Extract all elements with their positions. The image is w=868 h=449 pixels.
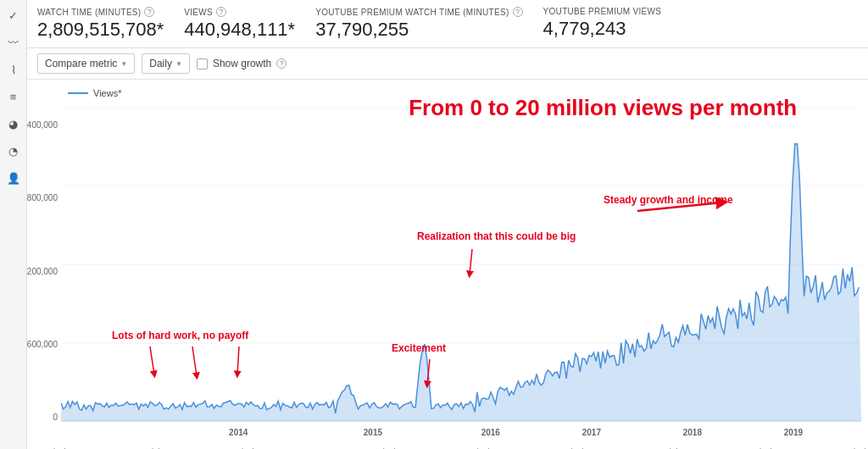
year-label-2018: 2018 <box>683 428 702 437</box>
year-label-2019: 2019 <box>784 428 803 437</box>
stats-bar: WATCH TIME (MINUTES) ? 2,809,515,708* VI… <box>27 0 868 48</box>
year-label-2017: 2017 <box>582 428 601 437</box>
watch-time-info[interactable]: ? <box>144 7 154 17</box>
show-growth-toggle[interactable]: Show growth ? <box>197 58 287 69</box>
chart-area: From 0 to 20 million views per month Vie… <box>27 80 868 449</box>
daily-chevron: ▼ <box>175 60 182 68</box>
legend-label-views: Views* <box>93 88 121 98</box>
compare-metric-chevron: ▼ <box>120 60 127 68</box>
stat-premium-watch-time: YOUTUBE PREMIUM WATCH TIME (MINUTES) ? 3… <box>315 7 522 41</box>
chart-legend: Views* <box>68 88 121 98</box>
show-growth-info[interactable]: ? <box>276 58 287 69</box>
stat-views: VIEWS ? 440,948,111* <box>184 7 295 41</box>
show-growth-checkbox[interactable] <box>197 58 208 69</box>
sidebar-icon-area-chart[interactable]: ⌇ <box>5 61 22 78</box>
main-content: WATCH TIME (MINUTES) ? 2,809,515,708* VI… <box>27 0 868 449</box>
y-axis: 2,400,0001,800,0001,200,000600,0000 <box>27 120 61 422</box>
y-axis-label: 1,800,000 <box>27 193 58 202</box>
sidebar-icon-clock[interactable]: ◔ <box>5 142 22 159</box>
daily-button[interactable]: Daily ▼ <box>142 53 190 74</box>
premium-watch-time-info[interactable]: ? <box>513 7 523 17</box>
sidebar-icon-pie[interactable]: ◕ <box>5 115 22 132</box>
year-label-2016: 2016 <box>481 428 500 437</box>
views-value: 440,948,111* <box>184 19 295 41</box>
y-axis-label: 0 <box>53 413 58 422</box>
y-axis-label: 1,200,000 <box>27 267 58 276</box>
watch-time-label: WATCH TIME (MINUTES) ? <box>37 7 164 17</box>
sidebar-icon-checkmark[interactable]: ✓ <box>5 7 22 24</box>
sidebar-icon-person[interactable]: 👤 <box>5 169 22 186</box>
chart-svg <box>61 107 861 422</box>
y-axis-label: 2,400,000 <box>27 120 58 130</box>
y-axis-label: 600,000 <box>27 340 58 349</box>
premium-views-value: 4,779,243 <box>543 18 662 40</box>
year-label-2014: 2014 <box>229 428 248 437</box>
views-label: VIEWS ? <box>184 7 295 17</box>
premium-watch-time-value: 37,790,255 <box>315 19 522 41</box>
sidebar-icon-list[interactable]: ≡ <box>5 88 22 105</box>
premium-views-label: YOUTUBE PREMIUM VIEWS <box>543 7 662 16</box>
premium-watch-time-label: YOUTUBE PREMIUM WATCH TIME (MINUTES) ? <box>315 7 522 17</box>
stat-premium-views: YOUTUBE PREMIUM VIEWS 4,779,243 <box>543 7 662 41</box>
stat-watch-time: WATCH TIME (MINUTES) ? 2,809,515,708* <box>37 7 164 41</box>
compare-metric-button[interactable]: Compare metric ▼ <box>37 53 135 74</box>
sidebar-icon-wave[interactable]: 〰 <box>5 34 22 51</box>
toolbar: Compare metric ▼ Daily ▼ Show growth ? <box>27 48 868 80</box>
views-info[interactable]: ? <box>216 7 226 17</box>
legend-line-views <box>68 92 88 94</box>
year-label-2015: 2015 <box>364 428 382 437</box>
sidebar: ✓〰⌇≡◕◔👤 <box>0 0 27 449</box>
watch-time-value: 2,809,515,708* <box>37 19 164 41</box>
